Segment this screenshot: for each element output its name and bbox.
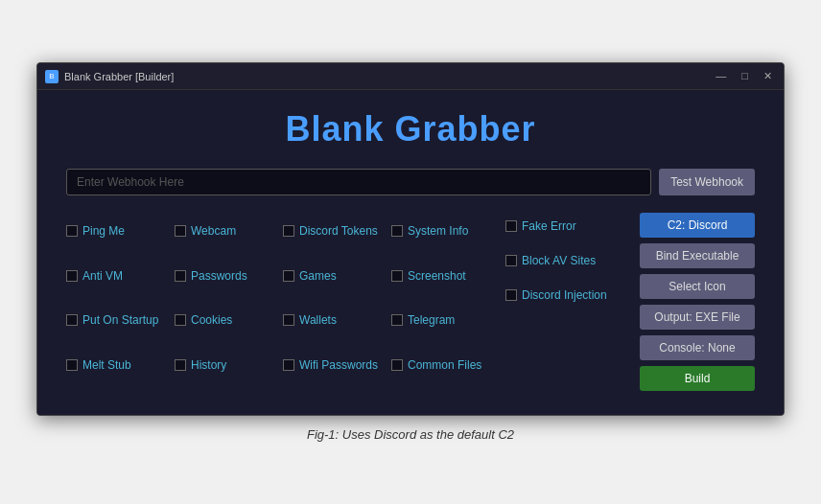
list-item: Fake Error	[505, 213, 630, 240]
wallets-label[interactable]: Wallets	[299, 313, 337, 327]
build-button[interactable]: Build	[640, 366, 755, 391]
telegram-checkbox[interactable]	[391, 314, 403, 326]
test-webhook-button[interactable]: Test Webhook	[659, 169, 755, 195]
wifi-passwords-label[interactable]: Wifi Passwords	[299, 358, 378, 372]
wallets-checkbox[interactable]	[283, 314, 294, 326]
discord-tokens-checkbox[interactable]	[283, 225, 294, 237]
list-item: Discord Tokens	[283, 213, 387, 250]
app-window: B Blank Grabber [Builder] — □ ✕ Blank Gr…	[36, 62, 785, 416]
console-none-button[interactable]: Console: None	[640, 335, 755, 360]
passwords-label[interactable]: Passwords	[191, 269, 247, 283]
app-title: Blank Grabber	[66, 109, 755, 149]
discord-injection-label[interactable]: Discord Injection	[522, 288, 607, 302]
close-button[interactable]: ✕	[760, 70, 776, 82]
maximize-button[interactable]: □	[738, 70, 752, 82]
list-item: History	[175, 347, 279, 384]
side-buttons: C2: Discord Bind Executable Select Icon …	[640, 213, 755, 391]
ping-me-checkbox[interactable]	[66, 225, 78, 237]
cookies-checkbox[interactable]	[175, 314, 186, 326]
history-label[interactable]: History	[191, 358, 226, 372]
list-item: Wifi Passwords	[283, 347, 387, 384]
system-info-checkbox[interactable]	[391, 225, 403, 237]
list-item: Melt Stub	[66, 347, 171, 384]
ping-me-label[interactable]: Ping Me	[82, 224, 125, 238]
list-item: System Info	[391, 213, 496, 250]
webcam-checkbox[interactable]	[175, 225, 186, 237]
fake-error-label[interactable]: Fake Error	[522, 219, 576, 233]
webcam-label[interactable]: Webcam	[191, 224, 236, 238]
main-grid: Ping Me Webcam Discord Tokens System Inf…	[66, 213, 755, 391]
window-content: Blank Grabber Test Webhook Ping Me Webca…	[37, 90, 784, 415]
title-bar: B Blank Grabber [Builder] — □ ✕	[37, 63, 784, 90]
app-icon: B	[45, 70, 59, 83]
screenshot-checkbox[interactable]	[391, 270, 403, 282]
system-info-label[interactable]: System Info	[408, 224, 468, 238]
window-controls: — □ ✕	[712, 70, 776, 82]
output-exe-button[interactable]: Output: EXE File	[640, 305, 755, 330]
list-item: Screenshot	[391, 258, 496, 295]
discord-tokens-label[interactable]: Discord Tokens	[299, 224, 378, 238]
telegram-label[interactable]: Telegram	[408, 313, 455, 327]
list-item: Telegram	[391, 302, 496, 339]
caption: Fig-1: Uses Discord as the default C2	[307, 427, 514, 442]
webhook-input[interactable]	[66, 169, 651, 195]
list-item: Discord Injection	[505, 282, 630, 309]
melt-stub-label[interactable]: Melt Stub	[82, 358, 131, 372]
put-on-startup-label[interactable]: Put On Startup	[82, 313, 158, 327]
webhook-row: Test Webhook	[66, 169, 755, 195]
cookies-label[interactable]: Cookies	[191, 313, 232, 327]
games-label[interactable]: Games	[299, 269, 337, 283]
block-av-sites-label[interactable]: Block AV Sites	[522, 254, 596, 267]
extra-options-col: Fake Error Block AV Sites Discord Inject…	[505, 213, 630, 391]
discord-injection-checkbox[interactable]	[505, 289, 517, 301]
c2-discord-button[interactable]: C2: Discord	[640, 213, 755, 238]
list-item: Anti VM	[66, 258, 171, 295]
melt-stub-checkbox[interactable]	[66, 359, 78, 371]
common-files-checkbox[interactable]	[391, 359, 403, 371]
list-item: Cookies	[175, 302, 279, 339]
passwords-checkbox[interactable]	[175, 270, 186, 282]
history-checkbox[interactable]	[175, 359, 186, 371]
fake-error-checkbox[interactable]	[505, 220, 517, 232]
list-item: Block AV Sites	[505, 247, 630, 274]
list-item: Wallets	[283, 302, 387, 339]
common-files-label[interactable]: Common Files	[408, 358, 481, 372]
anti-vm-label[interactable]: Anti VM	[82, 269, 123, 283]
window-title: Blank Grabber [Builder]	[64, 71, 712, 82]
options-grid: Ping Me Webcam Discord Tokens System Inf…	[66, 213, 496, 391]
list-item: Passwords	[175, 258, 279, 295]
wifi-passwords-checkbox[interactable]	[283, 359, 294, 371]
put-on-startup-checkbox[interactable]	[66, 314, 78, 326]
anti-vm-checkbox[interactable]	[66, 270, 78, 282]
select-icon-button[interactable]: Select Icon	[640, 274, 755, 299]
bind-executable-button[interactable]: Bind Executable	[640, 243, 755, 268]
block-av-sites-checkbox[interactable]	[505, 255, 517, 266]
list-item: Common Files	[391, 347, 496, 384]
list-item: Ping Me	[66, 213, 171, 250]
games-checkbox[interactable]	[283, 270, 294, 282]
screenshot-label[interactable]: Screenshot	[408, 269, 466, 283]
list-item: Put On Startup	[66, 302, 171, 339]
list-item: Games	[283, 258, 387, 295]
list-item: Webcam	[175, 213, 279, 250]
minimize-button[interactable]: —	[712, 70, 730, 82]
